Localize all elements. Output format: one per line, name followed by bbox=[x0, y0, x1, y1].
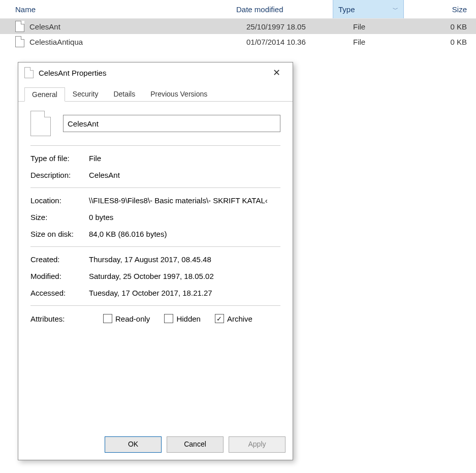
col-type-label: Type bbox=[338, 5, 355, 14]
col-size[interactable]: Size bbox=[404, 0, 476, 18]
label-attributes: Attributes: bbox=[30, 314, 89, 323]
file-date: 01/07/2014 10.36 bbox=[246, 38, 348, 46]
value-modified: Saturday, 25 October 1997, 18.05.02 bbox=[89, 272, 280, 280]
value-disk: 84,0 KB (86.016 bytes) bbox=[89, 230, 280, 238]
file-list: ︿ Name Date modified Type ﹀ Size CelesAn… bbox=[0, 0, 476, 49]
separator bbox=[30, 187, 280, 188]
general-panel: Type of file:File Description:CelesAnt L… bbox=[18, 102, 293, 323]
value-created: Thursday, 17 August 2017, 08.45.48 bbox=[89, 255, 280, 264]
label-archive: Archive bbox=[227, 314, 252, 323]
separator bbox=[30, 246, 280, 247]
tabs: General Security Details Previous Versio… bbox=[18, 86, 293, 102]
label-hidden: Hidden bbox=[176, 314, 201, 323]
file-name: CelestiaAntiqua bbox=[29, 38, 83, 46]
value-desc: CelesAnt bbox=[89, 171, 280, 179]
label-accessed: Accessed: bbox=[30, 289, 89, 297]
checkbox-readonly[interactable]: Read-only bbox=[103, 314, 150, 323]
filename-input[interactable] bbox=[63, 115, 280, 132]
label-readonly: Read-only bbox=[115, 314, 150, 323]
label-location: Location: bbox=[30, 196, 89, 205]
file-icon bbox=[24, 67, 34, 78]
label-desc: Description: bbox=[30, 171, 89, 179]
file-date: 25/10/1997 18.05 bbox=[246, 22, 348, 31]
file-icon bbox=[15, 21, 24, 32]
value-size: 0 bytes bbox=[89, 213, 280, 222]
checkbox-archive[interactable]: ✓Archive bbox=[215, 314, 252, 323]
label-size: Size: bbox=[30, 213, 89, 222]
dialog-buttons: OK Cancel Apply bbox=[105, 436, 285, 453]
file-icon bbox=[15, 36, 24, 47]
cancel-button[interactable]: Cancel bbox=[167, 436, 224, 453]
checkbox-icon: ✓ bbox=[215, 314, 224, 323]
value-accessed: Tuesday, 17 October 2017, 18.21.27 bbox=[89, 289, 280, 297]
file-row[interactable]: CelesAnt 25/10/1997 18.05 File 0 KB bbox=[0, 19, 476, 34]
file-type: File bbox=[348, 38, 424, 46]
value-location: \\FILES8-9\Files8\- Basic materials\- SK… bbox=[89, 196, 280, 205]
label-disk: Size on disk: bbox=[30, 230, 89, 238]
col-name[interactable]: Name bbox=[0, 0, 231, 18]
titlebar[interactable]: CelesAnt Properties ✕ bbox=[18, 62, 293, 83]
separator bbox=[30, 145, 280, 146]
file-name: CelesAnt bbox=[29, 22, 60, 31]
tab-security[interactable]: Security bbox=[65, 87, 106, 101]
col-date[interactable]: Date modified bbox=[231, 0, 333, 18]
col-type[interactable]: Type ﹀ bbox=[333, 0, 404, 18]
label-modified: Modified: bbox=[30, 272, 89, 280]
chevron-down-icon: ﹀ bbox=[393, 6, 398, 13]
file-size: 0 KB bbox=[424, 22, 476, 31]
file-size: 0 KB bbox=[424, 38, 476, 46]
label-type: Type of file: bbox=[30, 154, 89, 163]
tab-general[interactable]: General bbox=[24, 87, 65, 102]
properties-dialog: CelesAnt Properties ✕ General Security D… bbox=[18, 62, 293, 460]
tab-details[interactable]: Details bbox=[106, 87, 143, 101]
label-created: Created: bbox=[30, 255, 89, 264]
file-icon bbox=[30, 111, 51, 136]
file-type: File bbox=[348, 22, 424, 31]
apply-button: Apply bbox=[229, 436, 285, 453]
file-row[interactable]: CelestiaAntiqua 01/07/2014 10.36 File 0 … bbox=[0, 34, 476, 49]
separator bbox=[30, 305, 280, 306]
checkbox-icon bbox=[164, 314, 173, 323]
checkbox-icon bbox=[103, 314, 112, 323]
value-type: File bbox=[89, 154, 280, 163]
dialog-title: CelesAnt Properties bbox=[39, 69, 266, 77]
ok-button[interactable]: OK bbox=[105, 436, 162, 453]
checkbox-hidden[interactable]: Hidden bbox=[164, 314, 201, 323]
column-headers: Name Date modified Type ﹀ Size bbox=[0, 0, 476, 19]
close-button[interactable]: ✕ bbox=[266, 67, 287, 78]
tab-previous[interactable]: Previous Versions bbox=[143, 87, 215, 101]
